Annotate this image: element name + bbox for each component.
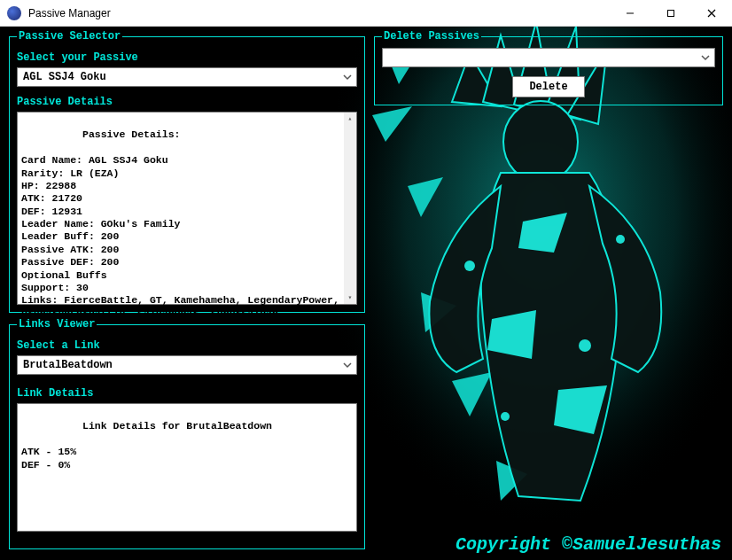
passive-selector-legend: Passive Selector <box>17 30 122 43</box>
chevron-down-icon <box>700 52 711 63</box>
delete-select[interactable] <box>382 48 715 67</box>
app-body: Passive Selector Select your Passive AGL… <box>0 27 732 560</box>
links-viewer-legend: Links Viewer <box>17 318 97 331</box>
passive-details-label: Passive Details <box>17 96 357 108</box>
close-button[interactable] <box>691 0 732 27</box>
delete-passives-legend: Delete Passives <box>382 30 481 43</box>
passive-details-text: Passive Details: Card Name: AGL SSJ4 Gok… <box>21 128 346 318</box>
titlebar: Passive Manager <box>0 0 732 27</box>
chevron-down-icon <box>342 72 353 82</box>
minimize-button[interactable] <box>610 0 650 27</box>
chevron-down-icon <box>342 360 353 370</box>
passive-select[interactable]: AGL SSJ4 Goku <box>17 67 357 87</box>
link-select-value: BrutalBeatdown <box>23 359 113 371</box>
delete-button[interactable]: Delete <box>512 76 584 97</box>
window-title: Passive Manager <box>28 7 610 19</box>
right-column: Delete Passives Delete <box>370 27 732 560</box>
svg-rect-1 <box>668 11 674 17</box>
link-details-textarea[interactable]: Link Details for BrutalBeatdown ATK - 15… <box>17 403 357 532</box>
passive-select-value: AGL SSJ4 Goku <box>23 71 106 83</box>
app-icon <box>7 6 21 20</box>
passive-details-textarea[interactable]: Passive Details: Card Name: AGL SSJ4 Gok… <box>17 112 357 305</box>
scroll-up-icon[interactable]: ▴ <box>344 113 356 125</box>
link-details-label: Link Details <box>17 387 357 400</box>
select-passive-label: Select your Passive <box>17 51 357 64</box>
left-column: Passive Selector Select your Passive AGL… <box>0 27 370 560</box>
link-select[interactable]: BrutalBeatdown <box>17 355 357 375</box>
copyright-text: Copyright ©SamuelJesuthas <box>456 534 721 555</box>
scroll-down-icon[interactable]: ▾ <box>344 292 356 304</box>
link-details-text: Link Details for BrutalBeatdown ATK - 15… <box>21 420 272 470</box>
scrollbar[interactable]: ▴ ▾ <box>344 113 356 304</box>
maximize-button[interactable] <box>650 0 691 27</box>
delete-passives-group: Delete Passives Delete <box>374 30 723 105</box>
passive-selector-group: Passive Selector Select your Passive AGL… <box>9 30 365 313</box>
links-viewer-group: Links Viewer Select a Link BrutalBeatdow… <box>9 318 365 549</box>
select-link-label: Select a Link <box>17 339 357 352</box>
window-controls <box>610 0 732 26</box>
